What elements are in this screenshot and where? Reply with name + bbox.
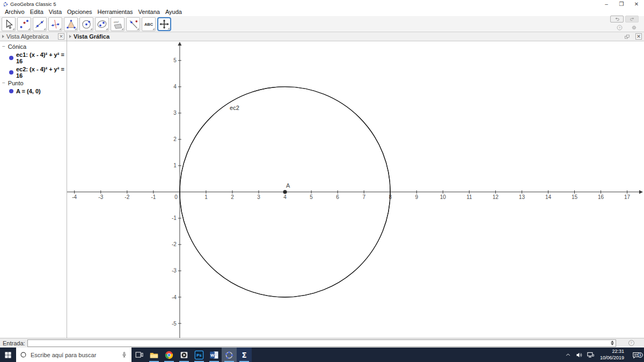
object-color-dot[interactable] xyxy=(9,56,13,60)
polygon-tool[interactable] xyxy=(64,17,78,31)
collapse-icon[interactable]: − xyxy=(2,80,5,86)
photoshop-icon: Ps xyxy=(194,350,204,360)
taskbar-apps: PsWΣ xyxy=(131,348,252,362)
start-button[interactable] xyxy=(0,348,16,362)
volume-button[interactable] xyxy=(574,351,585,359)
circle-tool[interactable] xyxy=(79,17,93,31)
line-tool[interactable] xyxy=(33,17,47,31)
svg-text:12: 12 xyxy=(493,194,499,200)
close-button[interactable]: ✕ xyxy=(629,0,644,8)
move-tool[interactable] xyxy=(2,17,16,31)
taskbar-app-sigma[interactable]: Σ xyxy=(237,348,252,362)
object-color-dot[interactable] xyxy=(9,70,13,75)
action-center-button[interactable]: 1 xyxy=(628,351,644,359)
menu-archivo[interactable]: Archivo xyxy=(2,8,27,16)
taskbar-app-geogebra[interactable] xyxy=(222,348,237,362)
svg-text:1: 1 xyxy=(173,162,177,168)
ellipse-tool[interactable] xyxy=(95,17,109,31)
measure-tool[interactable]: cm² xyxy=(111,17,125,31)
svg-text:-4: -4 xyxy=(72,194,77,200)
moveview-tool[interactable] xyxy=(157,17,171,31)
algebra-item[interactable]: ec1: (x - 4)² + y² = 16 xyxy=(0,50,67,65)
menu-edita[interactable]: Edita xyxy=(27,8,46,16)
minimize-button[interactable]: – xyxy=(599,0,614,8)
conic-label-ec2[interactable]: ec2 xyxy=(230,105,239,111)
graphics-view-panel: Vista Gráfica ✕ -4-3-2-10123456789101112… xyxy=(67,32,644,338)
svg-text:-3: -3 xyxy=(172,268,177,274)
taskbar-clock[interactable]: 22:31 10/06/2019 xyxy=(596,349,628,361)
menu-herramientas[interactable]: Herramientas xyxy=(95,8,136,16)
settings-button[interactable] xyxy=(631,23,637,33)
tool-dropdown-arrow-icon xyxy=(167,27,170,29)
tool-buttons: cm²ABC xyxy=(2,17,173,31)
geogebra-icon xyxy=(224,350,234,360)
menu-bar: ArchivoEditaVistaOpcionesHerramientasVen… xyxy=(0,8,644,16)
menu-ventana[interactable]: Ventana xyxy=(136,8,163,16)
close-graphics-view-button[interactable]: ✕ xyxy=(635,33,642,40)
menu-opciones[interactable]: Opciones xyxy=(64,8,94,16)
undock-view-button[interactable] xyxy=(624,34,630,40)
svg-text:cm²: cm² xyxy=(114,20,119,23)
svg-text:7: 7 xyxy=(362,194,365,200)
taskbar-app-word[interactable]: W xyxy=(207,348,222,362)
point-A[interactable] xyxy=(283,190,287,194)
svg-text:3: 3 xyxy=(173,110,177,116)
gear-icon xyxy=(631,25,637,31)
algebra-item-text: ec1: (x - 4)² + y² = 16 xyxy=(16,51,67,64)
svg-text:15: 15 xyxy=(572,194,578,200)
algebra-item[interactable]: ec2: (x - 4)² + y² = 16 xyxy=(0,65,67,79)
network-button[interactable] xyxy=(585,351,596,359)
help-button[interactable]: ? xyxy=(617,23,623,33)
undo-button[interactable] xyxy=(610,16,624,23)
algebra-group-conica[interactable]: −Cónica xyxy=(0,43,67,50)
panel-menu-arrow-icon[interactable] xyxy=(2,35,4,38)
svg-text:-5: -5 xyxy=(172,321,177,327)
taskbar-app-task-view[interactable] xyxy=(131,348,147,362)
collapse-icon[interactable]: − xyxy=(2,44,5,49)
file-explorer-icon xyxy=(149,350,159,360)
menu-ayuda[interactable]: Ayuda xyxy=(163,8,185,16)
cortana-icon xyxy=(20,351,27,358)
panel-menu-arrow-icon[interactable] xyxy=(69,35,71,38)
algebra-group-punto[interactable]: −Punto xyxy=(0,79,67,87)
microphone-icon[interactable] xyxy=(121,351,128,358)
input-bar: Entrada: ? xyxy=(0,338,644,348)
algebra-item[interactable]: A = (4, 0) xyxy=(0,87,67,95)
movies-tv-icon xyxy=(179,350,189,360)
object-color-dot[interactable] xyxy=(9,89,13,93)
svg-text:3: 3 xyxy=(257,194,260,200)
redo-button[interactable] xyxy=(625,16,639,23)
entrada-input[interactable] xyxy=(28,340,610,346)
taskbar-app-movies-tv[interactable] xyxy=(177,348,192,362)
windows-taskbar: Escribe aquí para buscar PsWΣ 22:31 10/0… xyxy=(0,348,644,362)
taskbar-search-box[interactable]: Escribe aquí para buscar xyxy=(16,348,131,362)
toolbar-right: ? xyxy=(610,16,644,33)
taskbar-app-chrome[interactable] xyxy=(162,348,177,362)
point-label-A[interactable]: A xyxy=(286,182,290,189)
taskbar-app-file-explorer[interactable] xyxy=(147,348,162,362)
system-tray: 22:31 10/06/2019 1 xyxy=(562,348,644,362)
close-algebra-view-button[interactable]: ✕ xyxy=(58,33,64,40)
spinner-down-icon xyxy=(611,343,614,345)
algebra-item-text: ec2: (x - 4)² + y² = 16 xyxy=(16,66,67,79)
text-tool[interactable]: ABC xyxy=(142,17,156,31)
svg-text:-3: -3 xyxy=(98,194,103,200)
restore-button[interactable]: ❐ xyxy=(614,0,629,8)
menu-vista[interactable]: Vista xyxy=(46,8,64,16)
tray-chevron-button[interactable] xyxy=(562,351,574,358)
graphics-view-header: Vista Gráfica ✕ xyxy=(67,32,644,41)
point-tool[interactable] xyxy=(17,17,31,31)
input-bar-label: Entrada: xyxy=(3,340,25,346)
svg-text:-1: -1 xyxy=(172,215,177,221)
graphics-canvas[interactable]: -4-3-2-101234567891011121314151617-5-4-3… xyxy=(67,41,644,338)
clock-date: 10/06/2019 xyxy=(600,355,624,361)
input-help-button[interactable]: ? xyxy=(628,340,634,346)
taskbar-app-photoshop[interactable]: Ps xyxy=(192,348,207,362)
svg-text:?: ? xyxy=(619,26,620,29)
tool-dropdown-arrow-icon xyxy=(90,28,92,30)
input-history-spinner[interactable] xyxy=(610,341,616,346)
svg-text:17: 17 xyxy=(624,194,631,200)
svg-text:-1: -1 xyxy=(151,194,156,200)
perpendicular-tool[interactable] xyxy=(48,17,62,31)
reflect-tool[interactable] xyxy=(126,17,140,31)
